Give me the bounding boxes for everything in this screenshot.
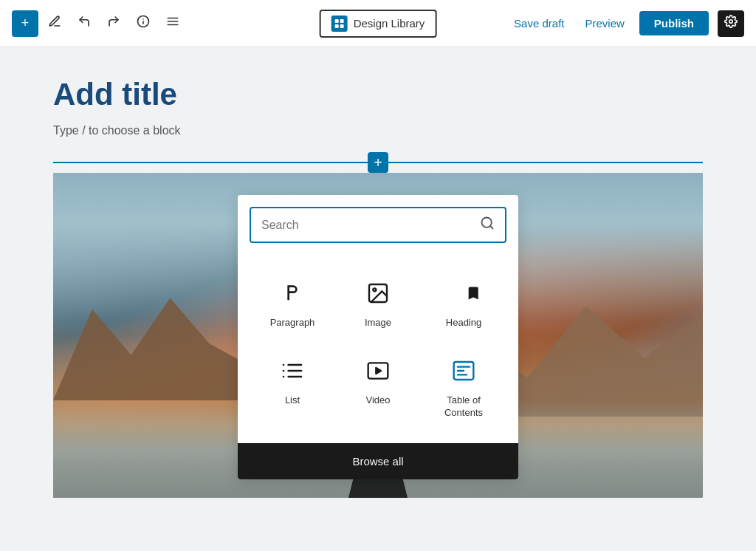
undo-icon — [78, 15, 91, 32]
browse-all-button[interactable]: Browse all — [238, 443, 518, 479]
list-view-icon — [166, 15, 179, 32]
toolbar: + — [0, 0, 756, 47]
block-item-heading[interactable]: Heading — [424, 267, 504, 338]
add-block-button[interactable]: + — [12, 10, 38, 37]
svg-rect-6 — [335, 19, 339, 23]
plus-icon: + — [21, 16, 30, 31]
svg-point-10 — [729, 20, 733, 24]
popup-search-section — [238, 195, 518, 255]
pen-icon — [48, 15, 61, 32]
title-placeholder[interactable]: Add title — [53, 77, 703, 112]
inserter-line-left — [53, 162, 368, 163]
image-label: Image — [365, 317, 391, 329]
pen-button[interactable] — [41, 10, 68, 37]
svg-point-14 — [373, 288, 376, 291]
block-prompt[interactable]: Type / to choose a block — [53, 124, 703, 137]
block-item-list[interactable]: List — [252, 344, 332, 428]
editor-content: Add title Type / to choose a block + — [53, 77, 703, 498]
preview-button[interactable]: Preview — [579, 13, 630, 34]
inserter-line-right — [388, 162, 703, 163]
heading-icon — [446, 276, 481, 311]
image-icon — [360, 276, 396, 311]
gear-icon — [724, 15, 738, 32]
video-label: Video — [365, 394, 390, 407]
redo-button[interactable] — [100, 10, 127, 37]
block-item-paragraph[interactable]: Paragraph — [252, 267, 332, 338]
design-library-icon — [331, 16, 348, 32]
svg-rect-7 — [340, 19, 344, 23]
video-icon — [360, 353, 396, 389]
block-grid: Paragraph Image — [238, 255, 518, 443]
paragraph-icon — [275, 276, 310, 311]
search-input[interactable] — [261, 219, 474, 232]
toc-icon — [446, 353, 481, 389]
settings-button[interactable] — [718, 10, 744, 37]
svg-rect-8 — [335, 24, 339, 28]
paragraph-label: Paragraph — [270, 317, 315, 329]
redo-icon — [107, 15, 120, 32]
inserter-plus-button[interactable]: + — [368, 152, 388, 173]
svg-line-12 — [490, 226, 493, 229]
toolbar-right: Save draft Preview Publish — [508, 10, 744, 37]
block-item-image[interactable]: Image — [338, 267, 418, 338]
toolbar-center: Design Library — [320, 10, 437, 38]
block-inserter-popup: Paragraph Image — [238, 195, 518, 479]
image-block-wrapper: Paragraph Image — [53, 173, 703, 498]
editor-area: Add title Type / to choose a block + — [0, 47, 756, 551]
list-label: List — [285, 394, 300, 407]
svg-marker-22 — [376, 368, 381, 374]
block-item-toc[interactable]: Table ofContents — [424, 344, 504, 428]
save-draft-button[interactable]: Save draft — [508, 13, 570, 34]
publish-button[interactable]: Publish — [639, 11, 709, 35]
design-library-label: Design Library — [354, 17, 425, 30]
info-button[interactable] — [130, 10, 157, 37]
info-icon — [137, 15, 150, 32]
search-icon — [480, 216, 495, 234]
search-input-wrapper — [250, 207, 506, 243]
toc-label: Table ofContents — [444, 394, 483, 420]
list-icon — [275, 353, 310, 389]
heading-label: Heading — [446, 317, 481, 329]
block-item-video[interactable]: Video — [338, 344, 418, 428]
design-library-button[interactable]: Design Library — [320, 10, 437, 38]
list-view-button[interactable] — [159, 10, 186, 37]
undo-button[interactable] — [71, 10, 97, 37]
inserter-line: + — [53, 152, 703, 173]
svg-rect-9 — [340, 24, 344, 28]
